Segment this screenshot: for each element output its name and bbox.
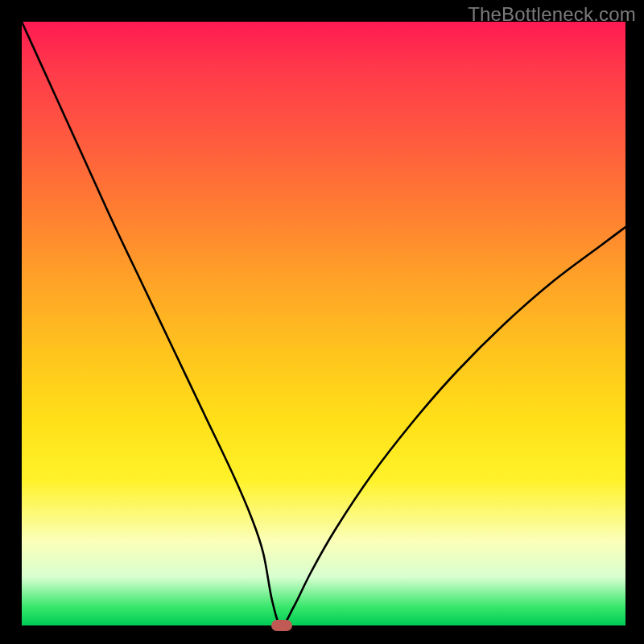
curve-svg xyxy=(22,22,625,625)
chart-frame: TheBottleneck.com xyxy=(0,0,644,644)
optimum-marker xyxy=(271,620,292,631)
bottleneck-curve xyxy=(22,22,625,625)
plot-area xyxy=(22,22,625,625)
watermark-text: TheBottleneck.com xyxy=(468,3,636,26)
